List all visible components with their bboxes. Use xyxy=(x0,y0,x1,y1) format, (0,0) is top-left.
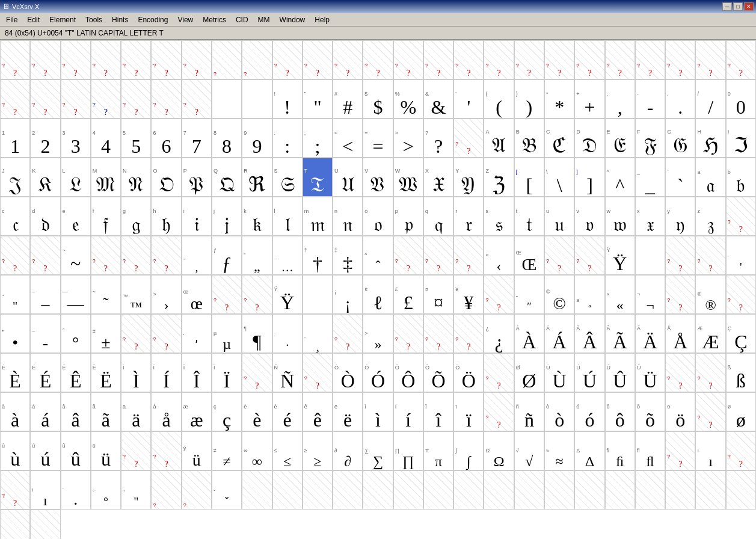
glyph-cell[interactable]: ÌÌ xyxy=(121,353,151,392)
glyph-cell[interactable]: °° xyxy=(91,470,121,510)
glyph-cell[interactable]: ?? xyxy=(665,40,695,79)
glyph-cell[interactable]: "„ xyxy=(242,236,272,275)
glyph-cell[interactable]: c𝔠 xyxy=(0,197,30,236)
glyph-cell[interactable]: ?? xyxy=(91,236,121,275)
glyph-cell[interactable]: ûû xyxy=(61,431,91,470)
glyph-cell[interactable]: ıı xyxy=(30,470,60,510)
glyph-cell[interactable]: ˇˇ xyxy=(212,470,242,510)
menu-file[interactable]: File xyxy=(1,14,22,25)
glyph-cell[interactable]: ? xyxy=(151,470,181,510)
glyph-cell[interactable]: ¿¿ xyxy=(484,314,514,353)
glyph-cell[interactable]: 77 xyxy=(182,119,212,158)
glyph-cell[interactable] xyxy=(333,470,363,510)
glyph-cell[interactable]: ]] xyxy=(574,158,604,197)
glyph-cell[interactable]: ?? xyxy=(91,79,121,119)
glyph-cell[interactable]: ;; xyxy=(303,119,333,158)
glyph-cell[interactable]: ƒƒ xyxy=(212,236,242,275)
glyph-cell[interactable]: ÑÑ xyxy=(272,353,303,392)
glyph-cell[interactable]: j𝔧 xyxy=(212,197,242,236)
glyph-cell[interactable]: ?? xyxy=(91,40,121,79)
glyph-cell[interactable]: >› xyxy=(151,275,181,314)
glyph-cell[interactable]: ææ xyxy=(182,392,212,431)
glyph-cell[interactable]: ππ xyxy=(423,431,453,470)
glyph-cell[interactable]: aª xyxy=(574,275,604,314)
close-button[interactable]: ✕ xyxy=(744,2,754,11)
glyph-cell[interactable]: ÔÔ xyxy=(393,353,423,392)
glyph-cell[interactable]: ¡¡ xyxy=(333,275,363,314)
glyph-cell[interactable]: Zℨ xyxy=(484,158,514,197)
glyph-cell[interactable] xyxy=(665,470,695,510)
glyph-cell[interactable]: ÒÒ xyxy=(333,353,363,392)
glyph-cell[interactable]: 33 xyxy=(61,119,91,158)
glyph-cell[interactable]: ?? xyxy=(121,40,151,79)
glyph-cell[interactable]: == xyxy=(363,119,393,158)
glyph-cell[interactable]: 66 xyxy=(151,119,181,158)
glyph-cell[interactable]: ?? xyxy=(453,314,484,353)
glyph-cell[interactable]: .. xyxy=(61,470,91,510)
glyph-cell[interactable]: ## xyxy=(333,79,363,119)
glyph-cell[interactable]: ¤¤ xyxy=(423,275,453,314)
menu-tools[interactable]: Tools xyxy=(81,14,107,25)
glyph-cell[interactable]: ÙÙ xyxy=(544,353,574,392)
glyph-cell[interactable]: ?? xyxy=(695,236,725,275)
glyph-cell[interactable]: ÛÛ xyxy=(605,353,635,392)
glyph-cell[interactable]: –– xyxy=(30,275,60,314)
glyph-cell[interactable]: :: xyxy=(272,119,303,158)
glyph-cell[interactable]: ÃÃ xyxy=(605,314,635,353)
menu-view[interactable]: View xyxy=(173,14,198,25)
glyph-cell[interactable]: èè xyxy=(242,392,272,431)
glyph-cell[interactable]: ?? xyxy=(393,236,423,275)
menu-hints[interactable]: Hints xyxy=(107,14,133,25)
glyph-cell[interactable]: __ xyxy=(635,158,665,197)
glyph-cell[interactable]: ∫∫ xyxy=(453,431,484,470)
glyph-cell[interactable]: G𝔊 xyxy=(665,119,695,158)
glyph-cell[interactable]: ?? xyxy=(30,79,60,119)
glyph-cell[interactable]: ?? xyxy=(484,353,514,392)
glyph-cell[interactable]: ?? xyxy=(151,236,181,275)
glyph-cell[interactable]: ?? xyxy=(242,275,272,314)
glyph-cell[interactable]: [[ xyxy=(514,158,544,197)
glyph-cell[interactable]: O𝔒 xyxy=(151,158,181,197)
glyph-cell[interactable]: ≥≥ xyxy=(303,431,333,470)
glyph-cell[interactable]: ±± xyxy=(91,314,121,353)
glyph-cell[interactable]: ¬¬ xyxy=(635,275,665,314)
glyph-cell[interactable]: Iℑ xyxy=(726,119,756,158)
glyph-cell[interactable]: << xyxy=(333,119,363,158)
glyph-cell[interactable]: ,‚ xyxy=(182,236,212,275)
glyph-cell[interactable]: îî xyxy=(423,392,453,431)
glyph-cell[interactable]: ·· xyxy=(272,314,303,353)
glyph-cell[interactable]: n𝔫 xyxy=(333,197,363,236)
glyph-cell[interactable]: ?? xyxy=(121,431,151,470)
glyph-cell[interactable]: fiﬁ xyxy=(605,431,635,470)
glyph-cell[interactable]: S𝔖 xyxy=(272,158,303,197)
glyph-cell[interactable]: ?? xyxy=(574,40,604,79)
glyph-cell[interactable]: ?? xyxy=(303,40,333,79)
glyph-cell[interactable]: ýü xyxy=(182,431,212,470)
glyph-cell[interactable]: 55 xyxy=(121,119,151,158)
glyph-cell[interactable]: íí xyxy=(393,392,423,431)
menu-mm[interactable]: MM xyxy=(253,14,275,25)
glyph-cell[interactable]: ^ˆ xyxy=(363,236,393,275)
glyph-cell[interactable]: çç xyxy=(212,392,242,431)
glyph-cell[interactable]: ëë xyxy=(333,392,363,431)
glyph-cell[interactable]: ÏÏ xyxy=(212,353,242,392)
glyph-cell[interactable]: ,, xyxy=(605,79,635,119)
glyph-cell[interactable]: ≠≠ xyxy=(212,431,242,470)
glyph-cell[interactable]: õõ xyxy=(635,392,665,431)
glyph-cell[interactable]: N𝔑 xyxy=(121,158,151,197)
glyph-cell[interactable]: ââ xyxy=(61,392,91,431)
glyph-cell[interactable]: z𝔷 xyxy=(695,197,725,236)
glyph-cell[interactable]: ?? xyxy=(423,119,453,158)
glyph-cell[interactable]: -- xyxy=(635,79,665,119)
glyph-cell[interactable]: y𝔶 xyxy=(665,197,695,236)
glyph-cell[interactable]: g𝔤 xyxy=(121,197,151,236)
glyph-cell[interactable]: ** xyxy=(544,79,574,119)
glyph-cell[interactable]: ?? xyxy=(423,40,453,79)
glyph-cell[interactable] xyxy=(0,510,30,539)
glyph-cell[interactable]: ?? xyxy=(665,275,695,314)
glyph-cell[interactable]: ?? xyxy=(695,40,725,79)
glyph-cell[interactable]: ÀÀ xyxy=(514,314,544,353)
glyph-cell[interactable]: ?? xyxy=(242,353,272,392)
menu-metrics[interactable]: Metrics xyxy=(198,14,231,25)
glyph-cell[interactable] xyxy=(242,470,272,510)
